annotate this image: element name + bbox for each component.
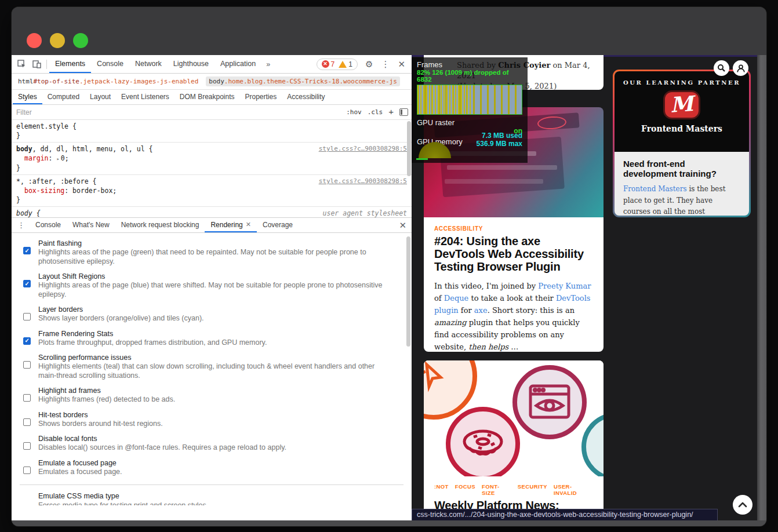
article-card-2: :NOT FOCUS FONT-SIZE SECURITY USER-INVAL…	[424, 360, 604, 520]
tab-dom-breakpoints[interactable]: DOM Breakpoints	[174, 90, 240, 104]
breadcrumb-body[interactable]: body.home.blog.theme-CSS-Tricks-18.wooco…	[206, 76, 400, 86]
close-tab-icon[interactable]: ✕	[246, 221, 251, 228]
option-highlight-ad-frames: Highlight ad frames Highlights frames (r…	[23, 386, 386, 405]
drawer-tab-coverage[interactable]: Coverage	[257, 218, 299, 232]
category-tag-accessibility[interactable]: ACCESSIBILITY	[434, 225, 593, 232]
drawer-tab-whats-new[interactable]: What's New	[67, 218, 115, 232]
tab-lighthouse[interactable]: Lighthouse	[168, 55, 215, 73]
css-rule-box-sizing[interactable]: style.css?c…900308298:5*, :after, :befor…	[12, 175, 412, 207]
user-icon	[736, 64, 746, 73]
css-rule-element-style[interactable]: element.style	[12, 120, 412, 143]
frames-label: Frames	[417, 60, 522, 69]
tab-properties[interactable]: Properties	[240, 90, 282, 104]
tab-styles[interactable]: Styles	[13, 90, 42, 104]
browser-eye-icon	[512, 365, 587, 439]
toggle-hover-state[interactable]: :hov	[346, 108, 362, 116]
tab-network[interactable]: Network	[129, 55, 168, 73]
frame-rendering-stats-checkbox[interactable]	[23, 337, 31, 345]
mobile-phone-icon	[581, 413, 604, 476]
minimize-traffic-light[interactable]	[50, 33, 65, 48]
partner-brand-name[interactable]: Frontend Masters	[615, 124, 749, 133]
drawer-tab-bar: ⋮ Console What's New Network request blo…	[12, 217, 412, 233]
highlight-ad-frames-checkbox[interactable]	[23, 394, 31, 402]
tag-user-invalid[interactable]: USER-INVALID	[554, 483, 593, 496]
option-layout-shift-regions: Layout Shift Regions Highlights areas of…	[23, 272, 386, 299]
disable-local-fonts-checkbox[interactable]	[23, 442, 31, 450]
link-status-url: css-tricks.com/.../204-using-the-axe-dev…	[412, 509, 718, 520]
device-toolbar-icon[interactable]	[29, 57, 44, 72]
page-scrollbar[interactable]	[757, 55, 766, 520]
paint-flashing-checkbox[interactable]	[23, 247, 31, 254]
computed-sidebar-toggle-icon[interactable]	[399, 108, 408, 116]
new-style-rule-button[interactable]: +	[388, 107, 394, 116]
emulate-media-type-desc: Forces media type for testing print and …	[38, 501, 403, 505]
divider	[46, 60, 47, 69]
close-devtools-icon[interactable]: ✕	[394, 59, 409, 70]
tag-not[interactable]: :NOT	[434, 483, 449, 496]
link-preety-kumar[interactable]: Preety Kumar	[538, 282, 591, 290]
stylesheet-link[interactable]: style.css?c…900308298:5	[319, 144, 407, 154]
styles-filter-input[interactable]	[15, 108, 340, 117]
layout-shift-regions-checkbox[interactable]	[23, 280, 31, 287]
devtools-toolbar: Elements Console Network Lighthouse Appl…	[12, 55, 412, 74]
expand-shorthand-icon[interactable]: ▸	[56, 156, 59, 162]
tag-focus[interactable]: FOCUS	[455, 483, 475, 496]
inspect-element-icon[interactable]	[14, 57, 29, 72]
user-agent-stylesheet-label: user agent stylesheet	[323, 209, 407, 217]
article-hero-image-icons[interactable]	[424, 360, 604, 476]
rules-scrollbar[interactable]	[407, 121, 411, 176]
close-drawer-icon[interactable]: ✕	[395, 220, 410, 231]
zoom-traffic-light[interactable]	[73, 33, 88, 48]
error-icon: ✕	[322, 60, 329, 68]
scrolling-performance-checkbox[interactable]	[23, 361, 31, 369]
gpu-raster-label: GPU raster	[417, 118, 455, 127]
learning-partner-card: OUR LEARNING PARTNER M Frontend Masters …	[613, 70, 751, 217]
search-button[interactable]	[714, 60, 729, 76]
styles-tab-bar: Styles Computed Layout Event Listeners D…	[12, 90, 412, 105]
issues-counter[interactable]: ✕ 7 1	[317, 59, 358, 70]
element-breadcrumbs: html#top-of-site.jetpack-lazy-images-js-…	[12, 74, 412, 90]
frames-value: 82% 126 (1009 m) dropped of 6832	[417, 69, 522, 83]
tab-computed[interactable]: Computed	[42, 90, 85, 104]
frontend-masters-logo[interactable]: M	[665, 92, 699, 118]
toggle-classes[interactable]: .cls	[368, 108, 383, 116]
link-frontend-masters[interactable]: Frontend Masters	[623, 185, 687, 193]
article-title[interactable]: #204: Using the axe DevTools Web Accessi…	[434, 235, 593, 273]
settings-gear-icon[interactable]: ⚙	[361, 59, 377, 70]
more-tabs-chevron[interactable]: »	[261, 55, 275, 73]
tag-security[interactable]: SECURITY	[518, 483, 547, 496]
drawer-tab-console[interactable]: Console	[30, 218, 67, 232]
divider	[20, 484, 403, 485]
window-titlebar[interactable]	[12, 7, 766, 55]
frames-throughput-chart	[417, 85, 522, 115]
tab-console[interactable]: Console	[91, 55, 129, 73]
tab-application[interactable]: Application	[215, 55, 261, 73]
tag-font-size[interactable]: FONT-SIZE	[482, 483, 511, 496]
tab-layout[interactable]: Layout	[85, 90, 116, 104]
scroll-to-top-button[interactable]	[733, 495, 752, 515]
drawer-tab-rendering[interactable]: Rendering✕	[205, 218, 257, 232]
tab-event-listeners[interactable]: Event Listeners	[116, 90, 174, 104]
option-frame-rendering-stats: Frame Rendering Stats Plots frame throug…	[23, 329, 386, 348]
gpu-memory-max: 536.9 MB max	[477, 140, 522, 148]
css-rule-user-agent[interactable]: user agent stylesheetbody displayblock	[12, 207, 412, 217]
close-traffic-light[interactable]	[27, 33, 42, 48]
window-bottom-edge	[12, 520, 766, 526]
breadcrumb-html[interactable]: html#top-of-site.jetpack-lazy-images-js-…	[15, 76, 201, 86]
kebab-menu-icon[interactable]: ⋮	[377, 59, 394, 70]
layer-borders-checkbox[interactable]	[23, 313, 31, 320]
emulate-focused-page-checkbox[interactable]	[23, 467, 31, 474]
drawer-scrollbar[interactable]	[406, 236, 410, 347]
tab-elements[interactable]: Elements	[49, 55, 91, 73]
hit-test-borders-checkbox[interactable]	[23, 418, 31, 426]
stylesheet-link[interactable]: style.css?c…900308298:5	[319, 177, 407, 186]
account-button[interactable]	[733, 60, 748, 76]
drawer-kebab-menu-icon[interactable]: ⋮	[13, 218, 30, 232]
tab-accessibility[interactable]: Accessibility	[282, 90, 330, 104]
styles-filter-row: :hov .cls +	[12, 105, 412, 120]
drawer-tab-network-request-blocking[interactable]: Network request blocking	[115, 218, 205, 232]
link-deque[interactable]: Deque	[444, 294, 469, 303]
css-rule-margin[interactable]: style.css?c…900308298:5body, dd, dl, htm…	[12, 143, 412, 175]
partner-kicker: OUR LEARNING PARTNER	[615, 79, 749, 86]
link-axe[interactable]: axe	[474, 306, 488, 315]
